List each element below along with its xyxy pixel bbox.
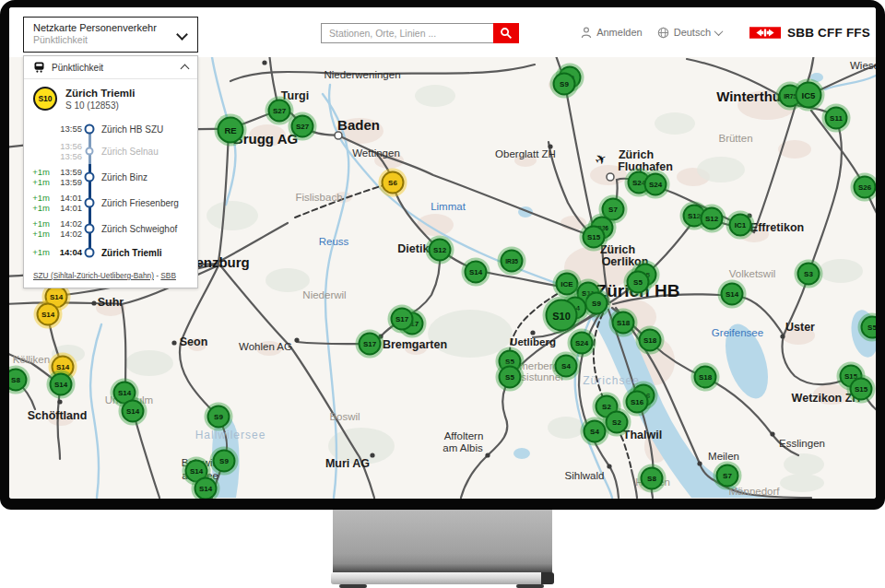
line-badge-s14[interactable]: S14: [122, 400, 145, 423]
delay-value: +1m: [32, 229, 50, 239]
schedule-stop-row: +1m14:04Zürich Triemli: [26, 241, 192, 264]
dropdown-subtitle: Pünktlichkeit: [33, 34, 188, 45]
line-badge-s24[interactable]: S24: [571, 332, 594, 355]
dropdown-title: Netzkarte Personenverkehr: [33, 22, 188, 33]
line-badge-s15[interactable]: S15: [583, 226, 606, 249]
login-label: Anmelden: [596, 27, 643, 38]
timeline-node: [82, 190, 97, 216]
monitor-stand: [333, 510, 552, 572]
schedule-stop-row: +1m+1m13:5913:59Zürich Binz: [26, 164, 192, 190]
line-badge-s8[interactable]: S8: [9, 369, 28, 392]
stop-name: Zürich Triemli: [101, 248, 162, 258]
sbb-logo-icon: [749, 27, 781, 39]
search-bar: [321, 23, 519, 43]
line-badge-s26[interactable]: S26: [854, 176, 877, 199]
line-badge-s27[interactable]: S27: [268, 100, 291, 123]
line-badge-s9[interactable]: S9: [207, 406, 230, 429]
train-destination: Zürich Triemli: [65, 87, 135, 100]
train-number: S 10 (12853): [65, 100, 135, 111]
line-badge-s12[interactable]: S12: [429, 239, 452, 262]
search-input[interactable]: [321, 23, 493, 43]
line-badge-ic1[interactable]: IC1: [729, 214, 752, 237]
timeline-node: [82, 120, 97, 138]
line-badge-s16[interactable]: S16: [626, 391, 649, 414]
line-badge-s5[interactable]: S5: [627, 271, 650, 294]
time-value: 14:02: [60, 229, 82, 239]
timeline-node: [82, 138, 97, 164]
time-value: 13:56: [60, 151, 82, 161]
search-button[interactable]: [493, 23, 519, 43]
line-badge-s27[interactable]: S27: [291, 115, 314, 138]
time-value: 13:56: [60, 141, 82, 151]
delay-value: +1m: [32, 203, 50, 213]
language-selector[interactable]: Deutsch: [657, 27, 722, 39]
delay-value: +1m: [32, 247, 50, 257]
delay-value: +1m: [32, 167, 50, 177]
time-value: 14:02: [60, 218, 82, 229]
monitor-bezel: Anmelden Deutsch: [0, 0, 885, 510]
time-value: 13:55: [60, 123, 82, 134]
stop-list: 13:55Zürich HB SZU13:5613:56Zürich Selna…: [24, 116, 197, 265]
line-badge-s18[interactable]: S18: [612, 312, 635, 335]
search-icon: [500, 27, 513, 40]
line-badge-s5[interactable]: S5: [499, 366, 522, 389]
line-badge-s14[interactable]: S14: [195, 477, 218, 500]
line-badge-s17[interactable]: S17: [391, 308, 414, 331]
line-badge-s12[interactable]: S12: [701, 207, 724, 230]
time-value: 14:01: [60, 193, 82, 203]
delay-value: +1m: [32, 177, 50, 187]
line-badge-ice[interactable]: ICE: [556, 273, 579, 296]
line-badge-s3[interactable]: S3: [797, 263, 820, 286]
line-badge-s14[interactable]: S14: [37, 303, 60, 326]
line-badge-s15[interactable]: S15: [850, 378, 873, 401]
stop-name: Zürich Selnau: [101, 147, 159, 157]
line-badge-s4[interactable]: S4: [555, 355, 578, 378]
line-badge-s11[interactable]: S11: [825, 107, 848, 130]
sbb-link[interactable]: SBB: [160, 271, 176, 280]
operator-link[interactable]: SZU (Sihltal-Zürich-Uetliberg-Bahn): [33, 271, 154, 280]
line-badge-s17[interactable]: S17: [359, 333, 382, 356]
line-badge-s18[interactable]: S18: [694, 366, 717, 389]
chevron-down-icon: [714, 27, 724, 36]
map-layer-dropdown[interactable]: Netzkarte Personenverkehr Pünktlichkeit: [23, 17, 198, 53]
time-value: 13:59: [60, 177, 82, 187]
brand-name: SBB CFF FFS: [787, 26, 870, 40]
line-badge-s10[interactable]: S10: [546, 300, 578, 332]
schedule-stop-row: 13:5613:56Zürich Selnau: [26, 138, 192, 164]
login-button[interactable]: Anmelden: [581, 27, 643, 39]
schedule-stop-row: 13:55Zürich HB SZU: [26, 120, 192, 138]
line-badge-s14[interactable]: S14: [721, 283, 744, 306]
train-summary: S10 Zürich Triemli S 10 (12853): [24, 79, 197, 116]
time-value: 13:59: [60, 167, 82, 177]
language-label: Deutsch: [674, 27, 711, 38]
line-badge-s6[interactable]: S6: [382, 171, 405, 194]
punctuality-panel: Pünktlichkeit S10 Zürich Triemli S 10 (1…: [23, 55, 198, 288]
line-badge-s14[interactable]: S14: [50, 373, 73, 396]
line-badge-s18[interactable]: S18: [639, 329, 662, 352]
line-badge-s7[interactable]: S7: [716, 465, 739, 488]
line-badge-re[interactable]: RE: [218, 117, 244, 144]
monitor-foot: [516, 584, 544, 588]
train-icon: [33, 62, 45, 73]
monitor: Anmelden Deutsch: [0, 0, 885, 588]
globe-icon: [657, 27, 669, 39]
line-badge-s9[interactable]: S9: [213, 450, 236, 473]
panel-footer: SZU (Sihltal-Zürich-Uetliberg-Bahn) - SB…: [24, 265, 197, 288]
line-badge-s14[interactable]: S14: [465, 261, 488, 284]
line-badge-ic5[interactable]: IC5: [796, 82, 822, 109]
line-badge-s9[interactable]: S9: [585, 292, 608, 315]
schedule-stop-row: +1m+1m14:0114:01Zürich Friesenberg: [26, 190, 192, 216]
schedule-stop-row: +1m+1m14:0214:02Zürich Schweighof: [26, 216, 192, 241]
stop-name: Zürich Schweighof: [101, 224, 177, 234]
collapse-panel-chevron-icon[interactable]: [181, 65, 190, 74]
line-badge-ir35[interactable]: IR35: [501, 250, 524, 273]
app-window: Anmelden Deutsch: [9, 7, 876, 499]
account-area: Anmelden Deutsch: [581, 7, 870, 57]
line-badge-s2[interactable]: S2: [606, 411, 629, 434]
line-badge-s24[interactable]: S24: [644, 173, 667, 196]
line-badge-s9[interactable]: S9: [553, 73, 576, 96]
line-badge-s4[interactable]: S4: [584, 420, 607, 443]
line-badge-s5[interactable]: S5: [861, 316, 877, 339]
user-icon: [581, 27, 592, 39]
line-badge-s8[interactable]: S8: [641, 467, 664, 490]
